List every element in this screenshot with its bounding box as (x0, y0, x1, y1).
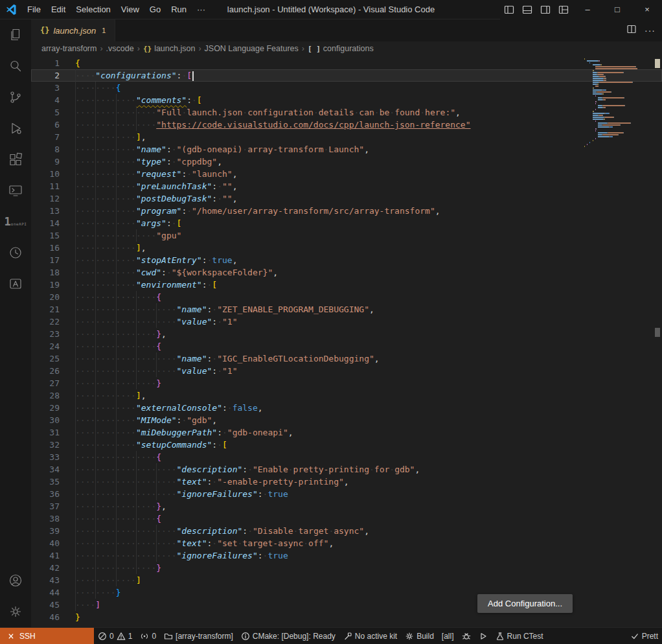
code-line[interactable]: 20················{ (31, 291, 662, 303)
code-editor[interactable]: 1{2····"configurations":·[3········{4···… (31, 56, 662, 627)
code-line[interactable]: 17············"stopAtEntry":·true, (31, 254, 662, 266)
line-number[interactable]: 11 (31, 180, 60, 192)
breadcrumb-vscode-folder[interactable]: .vscode (106, 44, 134, 53)
line-number[interactable]: 42 (31, 562, 60, 574)
code-line[interactable]: 8············"name":·"(gdb-oneapi)·array… (31, 143, 662, 155)
line-number[interactable]: 15 (31, 229, 60, 242)
code-line[interactable]: 1{ (31, 57, 662, 69)
line-number[interactable]: 7 (31, 131, 60, 143)
line-number[interactable]: 16 (31, 242, 60, 254)
line-number[interactable]: 20 (31, 291, 60, 303)
code-line[interactable]: 37················}, (31, 500, 662, 512)
code-line[interactable]: 23················}, (31, 328, 662, 340)
code-line[interactable]: 12············"postDebugTask":·"", (31, 192, 662, 205)
cmake-status[interactable]: CMake: [Debug]: Ready (237, 628, 339, 644)
line-number[interactable]: 26 (31, 365, 60, 377)
ports-indicator[interactable]: 0 (136, 628, 160, 644)
code-line[interactable]: 38················{ (31, 512, 662, 525)
code-line[interactable]: 14············"args":·[ (31, 217, 662, 229)
line-number[interactable]: 23 (31, 328, 60, 340)
code-line[interactable]: 5················"Full·launch.json·confi… (31, 106, 662, 119)
line-number[interactable]: 9 (31, 155, 60, 168)
overview-ruler[interactable] (653, 56, 662, 627)
code-line[interactable]: 10············"request":·"launch", (31, 168, 662, 180)
split-editor-icon[interactable] (626, 24, 637, 37)
code-line[interactable]: 28············], (31, 389, 662, 402)
code-line[interactable]: 26····················"value":·"1" (31, 365, 662, 377)
breadcrumb-folder[interactable]: array-transform (41, 44, 97, 53)
problems-indicator[interactable]: 0 1 (94, 628, 136, 644)
line-number[interactable]: 41 (31, 549, 60, 562)
activity-remote-explorer[interactable] (0, 175, 31, 206)
line-number[interactable]: 12 (31, 192, 60, 205)
code-line[interactable]: 32············"setupCommands":·[ (31, 439, 662, 451)
line-number[interactable]: 25 (31, 352, 60, 365)
code-line[interactable]: 6················"https://code.visualstu… (31, 119, 662, 131)
add-configuration-button[interactable]: Add Configuration... (477, 594, 573, 613)
line-number[interactable]: 22 (31, 316, 60, 328)
cmake-kit-selector[interactable]: No active kit (339, 628, 401, 644)
remote-indicator[interactable]: SSH (0, 628, 94, 644)
menu-more[interactable]: ··· (192, 3, 211, 16)
line-number[interactable]: 43 (31, 574, 60, 586)
code-line[interactable]: 27················} (31, 377, 662, 389)
line-number[interactable]: 4 (31, 94, 60, 106)
line-number[interactable]: 30 (31, 414, 60, 426)
code-line[interactable]: 36····················"ignoreFailures":·… (31, 488, 662, 500)
code-line[interactable]: 16············], (31, 242, 662, 254)
code-line[interactable]: 13············"program":·"/home/user/arr… (31, 205, 662, 217)
line-number[interactable]: 1 (31, 57, 60, 69)
line-number[interactable]: 24 (31, 340, 60, 352)
code-line[interactable]: 40····················"text":·"set·targe… (31, 537, 662, 549)
line-number[interactable]: 8 (31, 143, 60, 155)
minimize-button[interactable]: – (573, 0, 602, 19)
line-number[interactable]: 13 (31, 205, 60, 217)
line-number[interactable]: 2 (31, 69, 60, 82)
code-line[interactable]: 4············"comments":·[ (31, 94, 662, 106)
tab-modified-badge[interactable]: 1 (102, 27, 106, 34)
activity-oneapi[interactable]: 1oneAPI (0, 206, 31, 237)
line-number[interactable]: 32 (31, 439, 60, 451)
line-number[interactable]: 31 (31, 426, 60, 439)
line-number[interactable]: 5 (31, 106, 60, 119)
code-line[interactable]: 31············"miDebuggerPath":·"gdb-one… (31, 426, 662, 439)
breadcrumb-file[interactable]: launch.json (154, 44, 195, 53)
line-number[interactable]: 46 (31, 611, 60, 623)
maximize-button[interactable]: □ (602, 0, 632, 19)
tab-launch-json[interactable]: {} launch.json 1 (31, 19, 115, 41)
menu-view[interactable]: View (116, 3, 144, 16)
code-line[interactable]: 15················"gpu" (31, 229, 662, 242)
run-ctest-button[interactable]: Run CTest (492, 628, 547, 644)
line-number[interactable]: 27 (31, 377, 60, 389)
code-line[interactable]: 11············"preLaunchTask":·"", (31, 180, 662, 192)
activity-settings[interactable] (0, 596, 31, 627)
cmake-folder-selector[interactable]: [array-transform] (160, 628, 237, 644)
code-line[interactable]: 34····················"description":·"En… (31, 463, 662, 476)
code-line[interactable]: 19············"environment":·[ (31, 279, 662, 291)
code-line[interactable]: 35····················"text":·"-enable-p… (31, 476, 662, 488)
line-number[interactable]: 17 (31, 254, 60, 266)
code-line[interactable]: 42················} (31, 562, 662, 574)
menu-go[interactable]: Go (144, 3, 166, 16)
code-line[interactable]: 2····"configurations":·[ (31, 69, 662, 82)
code-line[interactable]: 3········{ (31, 82, 662, 94)
line-number[interactable]: 21 (31, 303, 60, 316)
activity-extensions[interactable] (0, 144, 31, 175)
breadcrumb-language-features[interactable]: JSON Language Features (205, 44, 299, 53)
line-number[interactable]: 40 (31, 537, 60, 549)
code-area[interactable]: 1{2····"configurations":·[3········{4···… (31, 57, 662, 623)
toggle-primary-sidebar-icon[interactable] (500, 0, 518, 19)
line-number[interactable]: 28 (31, 389, 60, 402)
customize-layout-icon[interactable] (554, 0, 573, 19)
activity-devcloud[interactable] (0, 237, 31, 268)
more-actions-icon[interactable]: ··· (645, 25, 656, 36)
cmake-build-button[interactable]: Build (401, 628, 438, 644)
cmake-debug-button[interactable] (458, 628, 475, 644)
line-number[interactable]: 14 (31, 217, 60, 229)
activity-image-extension[interactable] (0, 268, 31, 299)
close-button[interactable]: × (632, 0, 662, 19)
code-line[interactable]: 24················{ (31, 340, 662, 352)
menu-selection[interactable]: Selection (71, 3, 115, 16)
line-number[interactable]: 35 (31, 476, 60, 488)
code-line[interactable]: 41····················"ignoreFailures":·… (31, 549, 662, 562)
